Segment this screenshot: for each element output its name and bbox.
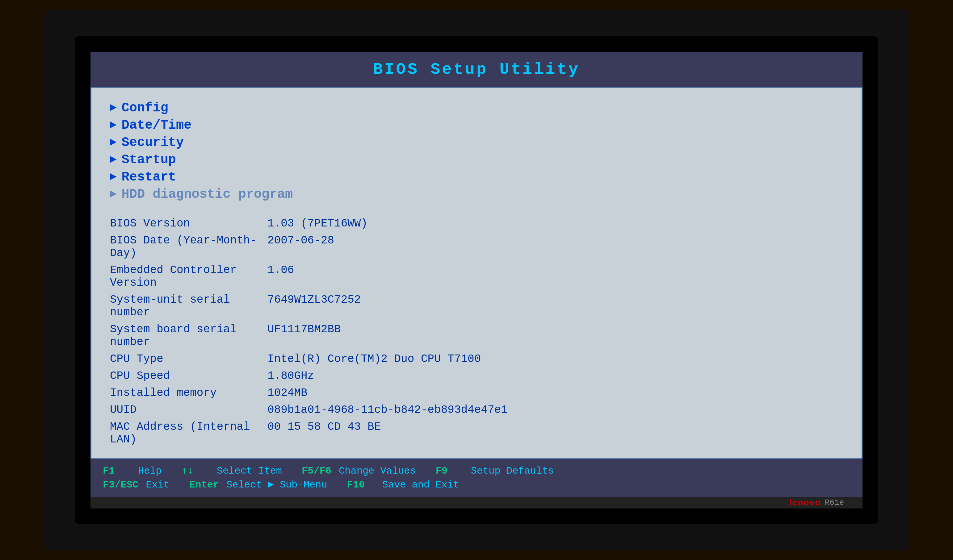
- label-memory: Installed memory: [110, 387, 258, 399]
- label-cpu-type: CPU Type: [110, 353, 258, 365]
- lenovo-bar: lenovo R61e: [90, 497, 863, 509]
- label-bios-date: BIOS Date (Year-Month-Day): [110, 234, 258, 260]
- key-enter: Enter: [189, 479, 219, 490]
- bios-title-bar: BIOS Setup Utility: [90, 52, 863, 87]
- label-cpu-speed: CPU Speed: [110, 370, 258, 382]
- arrow-startup: ►: [110, 153, 117, 166]
- value-memory: 1024MB: [267, 387, 843, 399]
- status-f3: F3/ESC Exit Enter Select ► Sub-Menu F10 …: [103, 479, 554, 490]
- menu-label-startup: Startup: [122, 152, 176, 167]
- menu-item-datetime[interactable]: ► Date/Time: [110, 118, 843, 133]
- value-board-serial: UF1117BM2BB: [267, 323, 843, 348]
- status-f1: F1 Help ↑↓ Select Item F5/F6 Change Valu…: [103, 465, 554, 477]
- key-f3esc: F3/ESC: [103, 479, 138, 490]
- desc-enter: Select ► Sub-Menu: [227, 479, 327, 490]
- menu-label-config: Config: [122, 101, 168, 115]
- bios-screen: BIOS Setup Utility ► Config ► Date/Time: [90, 52, 863, 509]
- menu-item-restart[interactable]: ► Restart: [110, 170, 843, 184]
- key-f5f6: F5/F6: [302, 465, 331, 477]
- value-mac: 00 15 58 CD 43 BE: [267, 421, 843, 446]
- menu-section: ► Config ► Date/Time ► Security ► Startu…: [110, 101, 843, 202]
- desc-updown: Select Item: [217, 465, 282, 477]
- bios-title: BIOS Setup Utility: [373, 60, 580, 79]
- label-uuid: UUID: [110, 404, 258, 416]
- value-cpu-speed: 1.80GHz: [267, 370, 843, 382]
- menu-label-restart: Restart: [122, 170, 176, 184]
- value-uuid: 089b1a01-4968-11cb-b842-eb893d4e47e1: [267, 404, 843, 416]
- menu-item-hdd[interactable]: ► HDD diagnostic program: [110, 187, 843, 202]
- menu-label-security: Security: [122, 135, 184, 150]
- menu-label-hdd: HDD diagnostic program: [122, 187, 293, 202]
- desc-f5f6: Change Values: [339, 465, 416, 477]
- label-mac: MAC Address (Internal LAN): [110, 421, 258, 446]
- menu-item-config[interactable]: ► Config: [110, 101, 843, 115]
- arrow-config: ►: [110, 102, 117, 114]
- arrow-datetime: ►: [110, 119, 117, 131]
- desc-f1: Help: [138, 465, 162, 477]
- lenovo-logo: lenovo: [789, 498, 821, 507]
- label-system-serial: System-unit serial number: [110, 294, 258, 319]
- value-system-serial: 7649W1ZL3C7252: [267, 294, 843, 319]
- arrow-restart: ►: [110, 171, 117, 183]
- desc-f10: Save and Exit: [382, 479, 459, 490]
- menu-item-security[interactable]: ► Security: [110, 135, 843, 150]
- key-updown: ↑↓: [182, 465, 210, 477]
- screen-bezel: BIOS Setup Utility ► Config ► Date/Time: [75, 36, 878, 524]
- value-bios-version: 1.03 (7PET16WW): [267, 217, 843, 230]
- arrow-security: ►: [110, 136, 117, 149]
- laptop-outer: BIOS Setup Utility ► Config ► Date/Time: [44, 10, 909, 550]
- label-bios-version: BIOS Version: [110, 217, 258, 230]
- value-cpu-type: Intel(R) Core(TM)2 Duo CPU T7100: [267, 353, 843, 365]
- status-bar: F1 Help ↑↓ Select Item F5/F6 Change Valu…: [90, 459, 863, 497]
- info-section: BIOS Version 1.03 (7PET16WW) BIOS Date (…: [110, 217, 843, 446]
- value-ec-version: 1.06: [267, 264, 843, 289]
- desc-f9: Setup Defaults: [471, 465, 554, 477]
- key-f10: F10: [347, 479, 375, 490]
- label-ec-version: Embedded Controller Version: [110, 264, 258, 289]
- status-group-left: F1 Help ↑↓ Select Item F5/F6 Change Valu…: [103, 465, 554, 490]
- desc-f3esc: Exit: [146, 479, 169, 490]
- label-board-serial: System board serial number: [110, 323, 258, 348]
- value-bios-date: 2007-06-28: [267, 234, 843, 260]
- model-text: R61e: [825, 498, 844, 507]
- bios-content: ► Config ► Date/Time ► Security ► Startu…: [90, 87, 863, 459]
- menu-label-datetime: Date/Time: [122, 118, 192, 133]
- key-f1: F1: [103, 465, 130, 477]
- key-f9: F9: [436, 465, 464, 477]
- arrow-hdd: ►: [110, 188, 117, 201]
- menu-item-startup[interactable]: ► Startup: [110, 152, 843, 167]
